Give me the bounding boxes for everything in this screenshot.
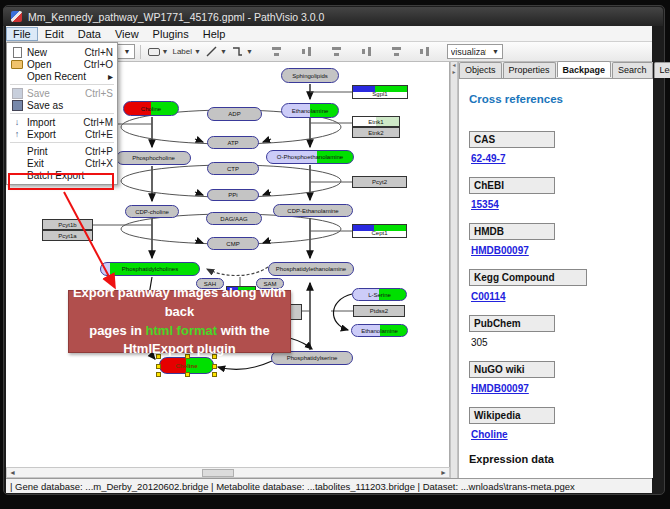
ptdss2-node[interactable]: Ptdss2 — [353, 305, 405, 317]
label-tool-text: Label — [172, 47, 192, 56]
file-menu-item-open-recent[interactable]: Open Recent▸ — [7, 70, 117, 82]
label-tool-button[interactable]: Label ▼ — [172, 44, 201, 60]
atp-node[interactable]: ATP — [207, 136, 259, 149]
tab-properties[interactable]: Properties — [503, 62, 556, 78]
file-menu-item-export[interactable]: ExportCtrl+E — [7, 128, 117, 140]
xref-value-kegg-compound[interactable]: C00114 — [471, 291, 653, 302]
menu-data[interactable]: Data — [71, 27, 108, 41]
menu-help[interactable]: Help — [196, 27, 233, 41]
save-icon — [10, 100, 24, 111]
no-icon — [10, 71, 24, 82]
menu-file[interactable]: File — [6, 27, 38, 41]
adp-node[interactable]: ADP — [207, 107, 262, 121]
visualization-combo[interactable]: visualization ▼ — [447, 44, 503, 59]
xref-value-cas[interactable]: 62-49-7 — [471, 153, 653, 164]
o-phosphoethanolamine-node[interactable]: O-Phosphoethanolamine — [266, 150, 354, 164]
pcyt1a-node[interactable]: Pcyt1a — [42, 230, 93, 241]
phosphatidylcholines-node[interactable]: Phosphatidylcholines — [100, 262, 200, 276]
menu-plugins[interactable]: Plugins — [146, 27, 196, 41]
node-label: O-Phosphoethanolamine — [277, 154, 343, 160]
common-height-button[interactable] — [417, 44, 433, 60]
file-menu-item-open[interactable]: OpenCtrl+O — [7, 58, 117, 70]
title-bar[interactable]: Mm_Kennedy_pathway_WP1771_45176.gpml - P… — [3, 7, 663, 26]
tab-search[interactable]: Search — [612, 62, 653, 78]
align-vertical-icon — [300, 45, 313, 58]
node-label: CMP — [226, 241, 239, 247]
file-menu-item-save-as[interactable]: Save as — [7, 99, 117, 111]
xref-value-hmdb[interactable]: HMDB00097 — [471, 245, 653, 256]
dag-aag-node[interactable]: DAG/AAG — [206, 212, 262, 225]
scroll-left-icon[interactable]: ◄ — [7, 469, 18, 476]
xref-value-nugo-wiki[interactable]: HMDB00097 — [471, 383, 653, 394]
tab-backpage[interactable]: Backpage — [557, 61, 612, 77]
cmp-node[interactable]: CMP — [207, 237, 259, 250]
file-menu-item-exit[interactable]: ExitCtrl+X — [7, 157, 117, 169]
file-menu-item-label: Save — [27, 88, 50, 99]
menu-edit[interactable]: Edit — [38, 27, 71, 41]
chevron-down-icon: ▼ — [246, 48, 253, 55]
no-icon — [10, 146, 24, 157]
file-menu-item-label: Batch Export — [27, 170, 84, 181]
align-vertical-button[interactable] — [299, 44, 315, 60]
sphingolipids-node[interactable]: Sphingolipids — [281, 68, 339, 83]
node-label: Choline — [176, 363, 198, 369]
ppi-node[interactable]: PPi — [207, 189, 259, 201]
etnk1-node[interactable]: Etnk1 — [352, 116, 400, 127]
node-label: Ethanolamine — [361, 328, 398, 334]
xref-source-kegg-compound: Kegg Compound — [469, 269, 587, 286]
selection-handle[interactable] — [156, 364, 161, 369]
xref-value-chebi[interactable]: 15354 — [471, 199, 653, 210]
xref-value-wikipedia[interactable]: Choline — [471, 429, 653, 440]
import-icon — [10, 117, 24, 128]
node-label: CDP-choline — [135, 209, 169, 215]
menu-view[interactable]: View — [108, 27, 146, 41]
ethanolamine-top-node[interactable]: Ethanolamine — [281, 103, 339, 118]
connector-tool-button[interactable]: ▼ — [231, 44, 253, 60]
horizontal-scrollbar[interactable]: ◄ ► — [6, 467, 450, 478]
file-menu-item-label: Export — [27, 129, 56, 140]
file-menu-item-batch-export[interactable]: Batch Export — [7, 169, 117, 181]
xref-source-chebi: ChEBI — [469, 177, 555, 194]
align-horizontal-button[interactable] — [269, 44, 285, 60]
node-label: DAG/AAG — [220, 216, 247, 222]
xref-value-pubchem: 305 — [471, 337, 653, 348]
cept1-node[interactable]: Cept1 — [352, 224, 407, 238]
file-menu-item-import[interactable]: ImportCtrl+M — [7, 116, 117, 128]
cross-references-list: CAS62-49-7ChEBI15354HMDBHMDB00097Kegg Co… — [469, 131, 653, 440]
distribute-horizontal-button[interactable] — [329, 44, 345, 60]
file-menu-shortcut: Ctrl+X — [85, 158, 113, 169]
tab-objects[interactable]: Objects — [459, 62, 502, 78]
phosphocholine-node[interactable]: Phosphocholine — [116, 151, 191, 165]
node-label: Phosphatidylcholines — [122, 266, 178, 272]
file-menu-item-new[interactable]: NewCtrl+N — [7, 46, 117, 58]
ethanolamine-bottom-node[interactable]: Ethanolamine — [351, 324, 408, 337]
xref-source-nugo-wiki: NuGO wiki — [469, 361, 555, 378]
scrollbar-thumb[interactable] — [202, 469, 234, 477]
cross-references-heading: Cross references — [469, 93, 653, 105]
pcyt2-node[interactable]: Pcyt2 — [352, 176, 407, 188]
common-width-button[interactable] — [389, 44, 405, 60]
ctp-node[interactable]: CTP — [207, 162, 259, 175]
selection-handle[interactable] — [156, 372, 161, 377]
menu-bar: FileEditDataViewPluginsHelp — [6, 26, 652, 42]
tab-legend[interactable]: Legend — [654, 62, 670, 78]
distribute-vertical-button[interactable] — [359, 44, 375, 60]
cdp-ethanolamine-node[interactable]: CDP-Ethanolamine — [273, 204, 353, 217]
selection-handle[interactable] — [212, 372, 217, 377]
datanode-tool-button[interactable]: ▼ — [148, 44, 169, 60]
panel-splitter[interactable]: ◂▸ — [450, 62, 458, 478]
line-tool-button[interactable]: ▼ — [205, 44, 227, 60]
phosphatidylethanolamine-node[interactable]: Phosphatidylethanolamine — [268, 262, 354, 276]
l-serine-node[interactable]: L-Serine — [352, 288, 407, 301]
choline-top-node[interactable]: Choline — [123, 101, 179, 116]
selection-handle[interactable] — [185, 372, 190, 377]
cdp-choline-node[interactable]: CDP-choline — [125, 205, 179, 218]
etnk2-node[interactable]: Etnk2 — [352, 127, 400, 138]
selection-handle[interactable] — [212, 364, 217, 369]
sgpl1-node[interactable]: Sgpl1 — [352, 85, 408, 99]
file-menu-item-print[interactable]: PrintCtrl+P — [7, 145, 117, 157]
scroll-right-icon[interactable]: ► — [438, 469, 449, 476]
file-menu-shortcut: Ctrl+S — [85, 88, 113, 99]
pcyt1b-node[interactable]: Pcyt1b — [42, 219, 93, 230]
file-menu-item-save[interactable]: SaveCtrl+S — [7, 87, 117, 99]
